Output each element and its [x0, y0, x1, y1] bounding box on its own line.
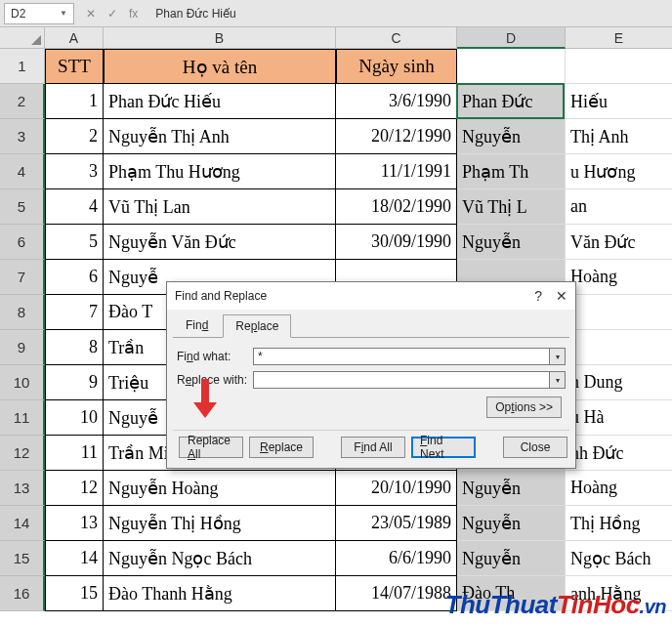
- row-header[interactable]: 10: [0, 365, 45, 400]
- row-header[interactable]: 5: [0, 189, 45, 225]
- cell-e[interactable]: u Hà: [566, 400, 672, 436]
- cell-stt[interactable]: 5: [45, 225, 104, 260]
- cell-e[interactable]: an: [566, 189, 672, 225]
- cell-stt[interactable]: 2: [45, 119, 104, 154]
- cell-e[interactable]: Thị Anh: [566, 119, 672, 154]
- find-all-button[interactable]: Find All: [341, 437, 405, 458]
- cell-e[interactable]: nh Đức: [566, 436, 672, 471]
- cell-stt[interactable]: 9: [45, 365, 104, 400]
- row-header[interactable]: 12: [0, 436, 45, 471]
- row-header[interactable]: 9: [0, 330, 45, 365]
- cell-stt[interactable]: 13: [45, 506, 104, 541]
- chevron-down-icon[interactable]: ▼: [60, 9, 67, 18]
- row-header[interactable]: 7: [0, 260, 45, 295]
- row-header[interactable]: 6: [0, 225, 45, 260]
- cell-stt[interactable]: 10: [45, 400, 104, 436]
- options-button[interactable]: Options >>: [486, 396, 562, 418]
- cell-d[interactable]: Phan Đức: [457, 84, 566, 119]
- cell-e[interactable]: Thị Hồng: [566, 506, 672, 541]
- cell-d[interactable]: Phạm Th: [457, 154, 566, 189]
- cell-dob[interactable]: 14/07/1988: [336, 576, 457, 611]
- cell-dob[interactable]: 18/02/1990: [336, 189, 457, 225]
- cell-stt[interactable]: 15: [45, 576, 104, 611]
- cell-dob[interactable]: 30/09/1990: [336, 225, 457, 260]
- replace-with-input[interactable]: [253, 371, 550, 389]
- find-what-input[interactable]: *: [253, 348, 550, 365]
- cell[interactable]: [457, 49, 566, 84]
- cell-d[interactable]: Nguyễn: [457, 541, 566, 576]
- cell-d[interactable]: Nguyễn: [457, 119, 566, 154]
- cell-e[interactable]: Văn Đức: [566, 225, 672, 260]
- row-header[interactable]: 15: [0, 541, 45, 576]
- cell-e[interactable]: u Hương: [566, 154, 672, 189]
- fx-icon[interactable]: fx: [129, 7, 138, 21]
- row-header[interactable]: 11: [0, 400, 45, 436]
- cell-stt[interactable]: 4: [45, 189, 104, 225]
- find-what-dropdown[interactable]: ▾: [550, 348, 566, 365]
- cell-stt[interactable]: 6: [45, 260, 104, 295]
- cell-dob[interactable]: 11/1/1991: [336, 154, 457, 189]
- cell-name[interactable]: Nguyễn Ngọc Bách: [104, 541, 336, 576]
- cell-name[interactable]: Nguyễn Thị Anh: [104, 119, 336, 154]
- header-cell-stt[interactable]: STT: [45, 49, 104, 84]
- dialog-titlebar[interactable]: Find and Replace ? ✕: [167, 282, 575, 310]
- cell-e[interactable]: Ngọc Bách: [566, 541, 672, 576]
- cell-stt[interactable]: 7: [45, 295, 104, 330]
- row-header[interactable]: 4: [0, 154, 45, 189]
- cell[interactable]: [566, 49, 672, 84]
- cell-e[interactable]: Hoàng: [566, 260, 672, 295]
- row-header[interactable]: 2: [0, 84, 45, 119]
- cell-e[interactable]: [566, 295, 672, 330]
- close-icon[interactable]: ✕: [556, 288, 567, 304]
- row-header[interactable]: 16: [0, 576, 45, 611]
- cell-e[interactable]: Hiếu: [566, 84, 672, 119]
- cell-e[interactable]: n Dung: [566, 365, 672, 400]
- cell-stt[interactable]: 3: [45, 154, 104, 189]
- col-header-e[interactable]: E: [566, 27, 672, 49]
- cell-name[interactable]: Đào Thanh Hằng: [104, 576, 336, 611]
- col-header-a[interactable]: A: [45, 27, 104, 49]
- cell-dob[interactable]: 6/6/1990: [336, 541, 457, 576]
- col-header-d[interactable]: D: [457, 27, 566, 49]
- cell-dob[interactable]: 23/05/1989: [336, 506, 457, 541]
- row-header[interactable]: 13: [0, 471, 45, 506]
- row-header[interactable]: 3: [0, 119, 45, 154]
- cell-d[interactable]: Vũ Thị L: [457, 189, 566, 225]
- cell-name[interactable]: Phạm Thu Hương: [104, 154, 336, 189]
- cell-name[interactable]: Phan Đức Hiếu: [104, 84, 336, 119]
- cell-stt[interactable]: 14: [45, 541, 104, 576]
- replace-all-button[interactable]: Replace All: [179, 437, 243, 458]
- header-cell-dob[interactable]: Ngày sinh: [336, 49, 457, 84]
- cell-dob[interactable]: 20/10/1990: [336, 471, 457, 506]
- replace-button[interactable]: Replace: [249, 437, 314, 458]
- cell-e[interactable]: [566, 330, 672, 365]
- help-icon[interactable]: ?: [534, 288, 542, 304]
- find-next-button[interactable]: Find Next: [411, 437, 476, 458]
- cell-name[interactable]: Nguyễn Thị Hồng: [104, 506, 336, 541]
- cell-d[interactable]: Nguyễn: [457, 225, 566, 260]
- tab-find[interactable]: Find: [173, 313, 221, 337]
- col-header-c[interactable]: C: [336, 27, 457, 49]
- cell-d[interactable]: Nguyễn: [457, 471, 566, 506]
- cell-stt[interactable]: 1: [45, 84, 104, 119]
- formula-input[interactable]: Phan Đức Hiếu: [149, 7, 672, 21]
- cancel-icon[interactable]: ✕: [86, 7, 96, 21]
- row-header[interactable]: 1: [0, 49, 45, 84]
- confirm-icon[interactable]: ✓: [107, 7, 117, 21]
- cell-name[interactable]: Nguyễn Văn Đức: [104, 225, 336, 260]
- row-header[interactable]: 8: [0, 295, 45, 330]
- select-all-corner[interactable]: [0, 27, 45, 49]
- row-header[interactable]: 14: [0, 506, 45, 541]
- name-box[interactable]: D2 ▼: [4, 3, 74, 24]
- cell-d[interactable]: Nguyễn: [457, 506, 566, 541]
- cell-dob[interactable]: 3/6/1990: [336, 84, 457, 119]
- cell-stt[interactable]: 11: [45, 436, 104, 471]
- cell-stt[interactable]: 8: [45, 330, 104, 365]
- replace-with-dropdown[interactable]: ▾: [550, 371, 566, 389]
- tab-replace[interactable]: Replace: [223, 314, 291, 338]
- cell-e[interactable]: Hoàng: [566, 471, 672, 506]
- header-cell-name[interactable]: Họ và tên: [104, 49, 336, 84]
- cell-name[interactable]: Vũ Thị Lan: [104, 189, 336, 225]
- close-button[interactable]: Close: [503, 437, 567, 458]
- col-header-b[interactable]: B: [104, 27, 336, 49]
